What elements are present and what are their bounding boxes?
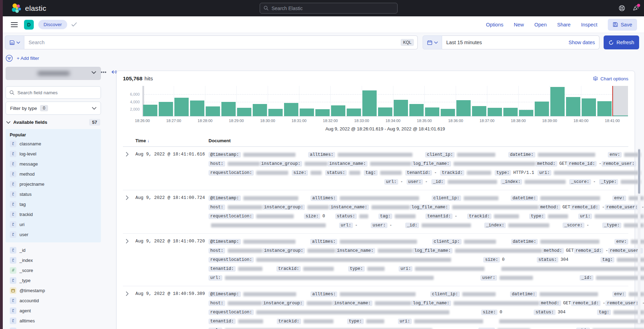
search-icon [9, 90, 15, 95]
histogram-bar[interactable] [582, 98, 596, 116]
global-search[interactable] [260, 3, 398, 14]
kql-badge[interactable]: KQL [401, 39, 414, 46]
histogram-bar[interactable] [472, 106, 486, 116]
field-item-uri[interactable]: turi [9, 219, 100, 230]
histogram-bar[interactable] [519, 110, 533, 116]
field-item-@timestamp[interactable]: @timestamp [9, 286, 101, 296]
expand-row-button[interactable] [123, 238, 131, 246]
newsfeed-icon[interactable] [632, 5, 639, 12]
doc-summary[interactable]: @timestamp:alltimes:client_ip:datetime:e… [209, 151, 644, 186]
field-item-_score[interactable]: #_score [9, 265, 101, 275]
histogram-bar[interactable] [300, 109, 314, 116]
field-item-_id[interactable]: t_id [9, 245, 101, 255]
histogram-bar[interactable] [253, 104, 267, 116]
time-column-header[interactable]: Time↓ [135, 138, 209, 143]
query-input[interactable] [29, 40, 401, 45]
doc-summary[interactable]: @timestamp:alltimes:client_ip:datetime:e… [209, 194, 644, 230]
field-item-agent[interactable]: tagent [9, 306, 101, 316]
number-type-icon: # [10, 267, 16, 274]
histogram-bar[interactable] [394, 100, 408, 116]
nav-link-inspect[interactable]: Inspect [581, 22, 597, 27]
doc-field: client_ip: [432, 239, 496, 244]
field-item-user[interactable]: tuser [9, 230, 100, 240]
date-picker-menu-button[interactable] [423, 35, 442, 49]
redacted-value [338, 153, 413, 157]
histogram-bar[interactable] [550, 87, 565, 116]
histogram-bar[interactable] [347, 109, 361, 116]
saved-query-menu-button[interactable] [5, 35, 24, 49]
expand-row-button[interactable] [123, 151, 131, 159]
add-filter-link[interactable]: + Add filter [17, 56, 39, 61]
sort-desc-icon: ↓ [147, 138, 149, 143]
field-item-appname[interactable]: tappname [9, 326, 101, 329]
field-item-projectname[interactable]: tprojectname [9, 179, 100, 189]
nav-link-options[interactable]: Options [486, 22, 503, 27]
histogram-bar[interactable] [441, 109, 455, 116]
histogram-bar[interactable] [409, 104, 424, 116]
histogram-bar[interactable] [237, 108, 251, 116]
histogram-bar[interactable] [488, 108, 502, 116]
histogram-bar-partial[interactable] [613, 115, 628, 116]
redacted-value [256, 214, 294, 218]
field-item-_type[interactable]: t_type [9, 275, 101, 286]
histogram-bar[interactable] [456, 100, 471, 116]
histogram-bar[interactable] [315, 109, 330, 116]
filter-menu-icon[interactable] [6, 55, 13, 62]
collapse-sidebar-icon[interactable] [111, 70, 117, 74]
elastic-brand[interactable]: elastic [11, 3, 46, 14]
menu-icon[interactable] [11, 22, 18, 27]
scrollbar-thumb[interactable] [638, 149, 640, 194]
histogram-bar[interactable] [143, 105, 157, 116]
field-value: 0 [500, 310, 502, 315]
histogram-bar[interactable] [425, 107, 439, 116]
time-range-value[interactable]: Last 15 minutes [446, 40, 482, 45]
histogram-bar[interactable] [174, 98, 189, 116]
help-icon[interactable] [618, 5, 625, 12]
field-value: - [642, 205, 644, 210]
histogram-bar[interactable] [535, 102, 549, 116]
histogram-bar[interactable] [190, 101, 204, 116]
field-item-classname[interactable]: tclassname [9, 139, 100, 149]
expand-row-button[interactable] [123, 194, 131, 202]
filter-by-type-control[interactable]: Filter by type 0 [6, 102, 101, 115]
field-item-method[interactable]: tmethod [9, 169, 100, 179]
scrollbar-track[interactable] [638, 148, 641, 323]
field-item-tag[interactable]: ttag [9, 199, 100, 209]
field-display-options-icon[interactable] [101, 71, 106, 73]
doc-summary[interactable]: @timestamp:alltimes:client_ip:datetime:e… [209, 290, 644, 329]
field-item-message[interactable]: tmessage [9, 159, 100, 169]
histogram-bar[interactable] [378, 107, 392, 116]
space-badge[interactable]: D [24, 20, 34, 30]
field-item-status[interactable]: tstatus [9, 189, 100, 199]
nav-link-new[interactable]: New [514, 22, 524, 27]
histogram-bar[interactable] [284, 103, 298, 116]
histogram-bar[interactable] [221, 102, 236, 116]
save-button[interactable]: Save [608, 19, 637, 31]
histogram-bar[interactable] [268, 109, 283, 116]
global-search-input[interactable] [272, 6, 394, 11]
breadcrumb-discover[interactable]: Discover [38, 20, 67, 29]
histogram-bar[interactable] [597, 101, 612, 116]
field-item-_index[interactable]: t_index [9, 255, 101, 265]
doc-summary[interactable]: @timestamp:alltimes:client_ip:datetime:e… [209, 238, 644, 282]
available-fields-header[interactable]: Available fields 57 [6, 119, 101, 126]
histogram-bar[interactable] [159, 102, 173, 116]
histogram-bar[interactable] [503, 108, 518, 116]
field-item-log-level[interactable]: tlog-level [9, 149, 100, 159]
field-item-alltimes[interactable]: talltimes [9, 316, 101, 326]
expand-row-button[interactable] [123, 290, 131, 298]
refresh-button[interactable]: Refresh [604, 35, 639, 49]
histogram-bar[interactable] [566, 97, 580, 116]
field-search-input[interactable] [17, 90, 97, 95]
nav-link-open[interactable]: Open [534, 22, 547, 27]
field-item-trackid[interactable]: ttrackid [9, 209, 100, 219]
histogram-bar[interactable] [206, 106, 220, 116]
histogram-bar[interactable] [331, 105, 345, 116]
show-dates-link[interactable]: Show dates [568, 40, 595, 45]
chart-options-button[interactable]: Chart options [593, 76, 628, 81]
data-view-selector[interactable] [6, 67, 101, 80]
histogram-bar[interactable] [362, 90, 377, 116]
nav-link-share[interactable]: Share [557, 22, 571, 27]
field-name: _index [19, 258, 33, 263]
field-item-accountid[interactable]: taccountid [9, 296, 101, 306]
